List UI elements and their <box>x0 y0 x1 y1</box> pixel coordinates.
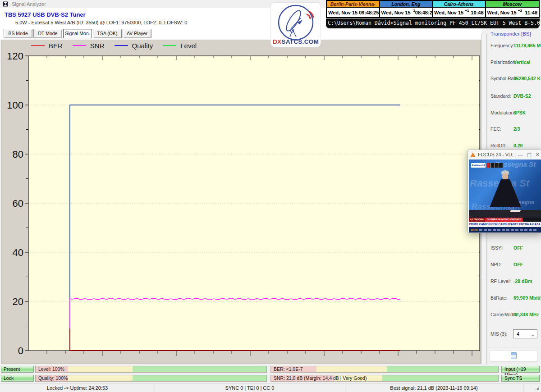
legend-item-ber: BER <box>31 42 63 50</box>
status-locked-uptime: Locked -> Uptime: 24:20:53 <box>0 383 155 392</box>
svg-text:20: 20 <box>13 296 23 307</box>
row-npd: NPD:OFF <box>487 262 540 269</box>
rai-news-logo: RaiNews24 <box>471 163 486 168</box>
tab-bs-mode[interactable]: BS Mode <box>4 29 32 38</box>
vlc-titlebar[interactable]: FOCUS 24 - VLC... — ▢ ✕ <box>468 150 541 159</box>
row-carrierwidth: CarrierWidth:42,348 MHz <box>487 312 540 319</box>
present-indicator: Present <box>1 366 34 373</box>
transponder-title: Transponder [BS] <box>491 31 531 36</box>
edition-badge <box>487 163 503 168</box>
console-path-line: C:\Users\Roman Dávid>Signal monitoring_P… <box>326 18 540 28</box>
presenter-face <box>502 173 508 180</box>
vlc-video-area[interactable]: Rassegna St Rassegna St Rassegna St Rass… <box>469 160 541 218</box>
mis-value: 4 <box>517 331 519 337</box>
statusbar-divider <box>523 384 523 392</box>
chevron-down-icon: ⌄ <box>531 331 535 339</box>
row-issyi: ISSYIOFF <box>487 245 540 252</box>
row-frequency: Frequency:11178,865 MHz <box>487 43 540 50</box>
close-button[interactable]: ✕ <box>536 150 540 159</box>
signal-chart-panel: BER SNR Quality Level 020406080100120 <box>1 40 481 364</box>
row-mis: MIS (3): 4⌄ <box>487 331 540 338</box>
tab-signal-mon[interactable]: Signal Mon. <box>63 29 92 38</box>
lock-indicator: Lock <box>1 375 34 382</box>
vlc-window[interactable]: FOCUS 24 - VLC... — ▢ ✕ Rassegna St Rass… <box>468 150 541 233</box>
legend-item-snr: SNR <box>73 42 105 50</box>
statusbar-divider <box>345 384 345 392</box>
breaking-tag: ULTIM'ORA <box>469 218 485 222</box>
svg-text:0: 0 <box>18 345 23 356</box>
status-best-signal: Best signal: 21,1 dB (2023-11-15 09:14) <box>345 383 523 392</box>
sidebar-divider <box>487 347 540 347</box>
clock-berlin: Berlin-Paris-Vienna-Roma Wed, Nov 1509:4… <box>327 1 380 17</box>
dxsatcs-logo: DXSATCS.COM <box>270 2 321 47</box>
clock-city-label: Berlin-Paris-Vienna-Roma <box>327 1 379 8</box>
row-bitrate: BitRate:69,909 Mbit/s <box>487 295 540 302</box>
clock-offset: -1 <box>412 9 415 13</box>
clock-city-label: London, Eng <box>380 1 432 8</box>
breaking-text: GUERRA IN MEDIO ORIENTE <box>485 218 523 222</box>
clock-moscow: Moscow Wed, Nov 15+211:48 <box>486 1 539 17</box>
snr-line-swatch <box>73 45 86 46</box>
signal-history-chart: 020406080100120 <box>1 51 480 364</box>
tuner-name: TBS 5927 USB DVB-S2 Tuner <box>5 11 86 18</box>
clock-time: 10:48 <box>471 10 483 15</box>
clock-city-label: Moscow <box>486 1 539 8</box>
headline-strip: PRIMO CAMION CON CARBURANTE ENTRA A GAZA… <box>469 222 541 227</box>
row-rf-level: RF Level:-28 dBm <box>487 278 540 286</box>
vlc-cone-icon <box>470 152 476 157</box>
clock-london: London, Eng Wed, Nov 15-108:48:25 <box>380 1 433 17</box>
row-polarization: Polarization:Vertical <box>487 59 540 67</box>
row-modulation: Modulation:8PSK <box>487 110 540 117</box>
mis-dropdown[interactable]: 4⌄ <box>513 329 537 338</box>
quality-bar: Quality: 100% <box>35 375 267 382</box>
ts-record-button[interactable] <box>490 350 538 361</box>
row-fec: FEC:2/3 <box>487 126 540 133</box>
ber-bar: BER: <1.0E-7 <box>270 366 499 373</box>
status-sync-counters: SYNC 0 | TEI 0 | CC 0 <box>155 383 345 392</box>
svg-text:100: 100 <box>7 100 23 111</box>
window-title: Signal Analyzer <box>12 1 46 7</box>
resize-grip[interactable] <box>535 386 540 391</box>
clock-date: Wed, Nov 15 <box>434 10 463 15</box>
svg-text:120: 120 <box>7 51 23 62</box>
minimize-button[interactable]: — <box>518 150 523 159</box>
statusbar-divider <box>155 384 155 392</box>
clock-cairo: Cairo-Athens Wed, Nov 15+110:48 <box>433 1 486 17</box>
tab-tsa[interactable]: TSA (OK) <box>93 29 122 38</box>
level-bar: Level: 100% <box>35 366 267 373</box>
clock-city-label: Cairo-Athens <box>433 1 485 8</box>
quality-line-swatch <box>115 45 128 46</box>
desk-papers <box>510 210 521 212</box>
vlc-window-title: FOCUS 24 - VLC... <box>478 152 513 157</box>
input-rate-button[interactable]: Input (~19 Mbps) <box>501 366 540 373</box>
row-symbol-rate: Symbol Rate:35290,542 KS/s <box>487 76 540 83</box>
tab-dt-mode[interactable]: DT Mode <box>33 29 62 38</box>
tab-av-player[interactable]: AV Player <box>123 29 151 38</box>
clock-offset: +1 <box>465 9 469 13</box>
ticker-time: 00:48 <box>471 228 477 231</box>
row-rolloff: RollOff:0.20 <box>487 143 540 150</box>
legend-item-level: Level <box>163 42 197 50</box>
tuner-info: 5.0W - Eutelsat 5 West A/B (ID: 3550) @ … <box>15 20 187 25</box>
svg-text:80: 80 <box>13 149 23 160</box>
breaking-news-strip: ULTIM'ORA GUERRA IN MEDIO ORIENTE <box>469 218 541 222</box>
world-clock-panel: Berlin-Paris-Vienna-Roma Wed, Nov 1509:4… <box>326 0 540 18</box>
clock-date: Wed, Nov 15 <box>328 10 358 15</box>
signal-analyzer-app-icon <box>3 1 8 7</box>
sync-ts-button[interactable]: Sync TS <box>501 375 540 382</box>
news-ticker: 00:48 <box>469 227 541 232</box>
maximize-button[interactable]: ▢ <box>527 150 531 159</box>
chart-legend: BER SNR Quality Level <box>1 40 480 51</box>
svg-text:60: 60 <box>13 198 23 209</box>
ts-file-icon <box>511 352 517 359</box>
snr-bar: SNR: 21,0 dB (Margin: 14,4 dB | Very Goo… <box>270 375 499 382</box>
row-standard: Standard:DVB-S2 <box>487 93 540 100</box>
studio-desk <box>469 210 541 218</box>
logo-text: DXSATCS.COM <box>271 38 321 45</box>
clock-date: Wed, Nov 15 <box>381 10 411 15</box>
ticker-text <box>479 229 538 231</box>
legend-item-quality: Quality <box>115 42 153 50</box>
ber-line-swatch <box>31 45 45 46</box>
level-line-swatch <box>163 45 176 46</box>
clock-time: 09:48:25 <box>359 10 379 15</box>
